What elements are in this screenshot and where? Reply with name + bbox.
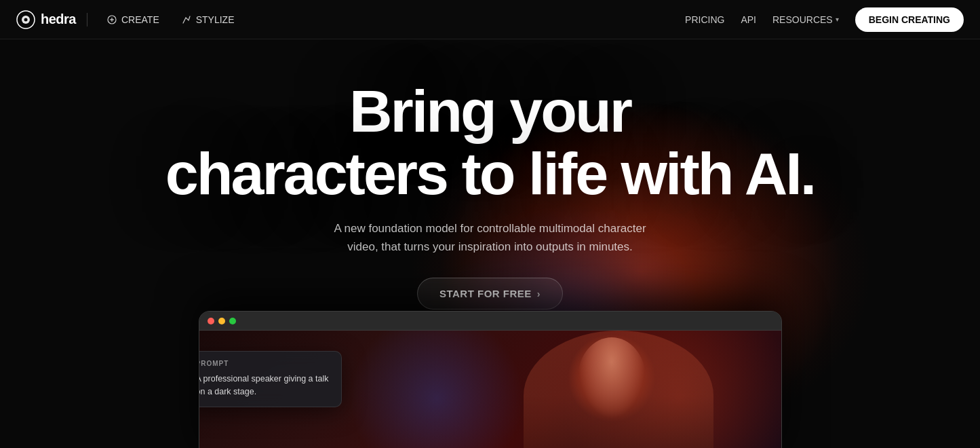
laptop-maximize-dot <box>229 318 236 324</box>
start-free-label: START FOR FREE <box>439 288 532 299</box>
nav-api[interactable]: API <box>741 14 756 25</box>
stylize-icon <box>181 14 192 25</box>
prompt-card: PROMPT A professional speaker giving a t… <box>199 351 342 407</box>
prompt-text: A professional speaker giving a talk on … <box>199 373 332 398</box>
hero-title-line2: characters to life with AI. <box>165 143 815 205</box>
resources-label: RESOURCES <box>772 14 833 25</box>
hero-section: Bring your characters to life with AI. A… <box>0 39 980 310</box>
cta-arrow-icon: › <box>537 288 541 299</box>
hero-subtitle-line2: video, that turns your inspiration into … <box>334 238 646 256</box>
hero-subtitle: A new foundation model for controllable … <box>334 219 646 256</box>
begin-creating-button[interactable]: BEGIN CREATING <box>855 7 964 32</box>
stylize-label: STYLIZE <box>196 14 235 25</box>
navbar: hedra CREATE <box>0 0 980 39</box>
page: hedra CREATE <box>0 0 980 448</box>
hero-subtitle-line1: A new foundation model for controllable … <box>334 219 646 238</box>
nav-resources[interactable]: RESOURCES ▾ <box>772 14 839 25</box>
start-free-button[interactable]: START FOR FREE › <box>417 278 563 310</box>
hedra-logo-icon <box>16 10 35 29</box>
nav-pricing[interactable]: PRICING <box>685 14 724 25</box>
hero-title: Bring your characters to life with AI. <box>165 80 815 206</box>
logo[interactable]: hedra <box>16 10 76 29</box>
nav-divider <box>87 13 87 26</box>
nav-left: hedra CREATE <box>16 10 243 29</box>
laptop-close-dot <box>208 318 214 324</box>
nav-create[interactable]: CREATE <box>98 10 168 29</box>
create-icon <box>106 14 117 25</box>
nav-stylize[interactable]: STYLIZE <box>173 10 243 29</box>
laptop-minimize-dot <box>218 318 225 324</box>
nav-right: PRICING API RESOURCES ▾ BEGIN CREATING <box>685 7 964 32</box>
svg-point-2 <box>24 18 28 21</box>
scene-glow-blue <box>335 331 538 448</box>
demo-container: PROMPT A professional speaker giving a t… <box>199 311 782 448</box>
laptop-header <box>199 312 781 331</box>
laptop-content: PROMPT A professional speaker giving a t… <box>199 331 781 448</box>
prompt-label: PROMPT <box>199 360 332 367</box>
logo-text: hedra <box>41 12 76 27</box>
demo-laptop: PROMPT A professional speaker giving a t… <box>199 311 782 448</box>
create-label: CREATE <box>121 14 159 25</box>
hero-title-line1: Bring your <box>165 80 815 143</box>
resources-chevron-icon: ▾ <box>836 16 839 23</box>
